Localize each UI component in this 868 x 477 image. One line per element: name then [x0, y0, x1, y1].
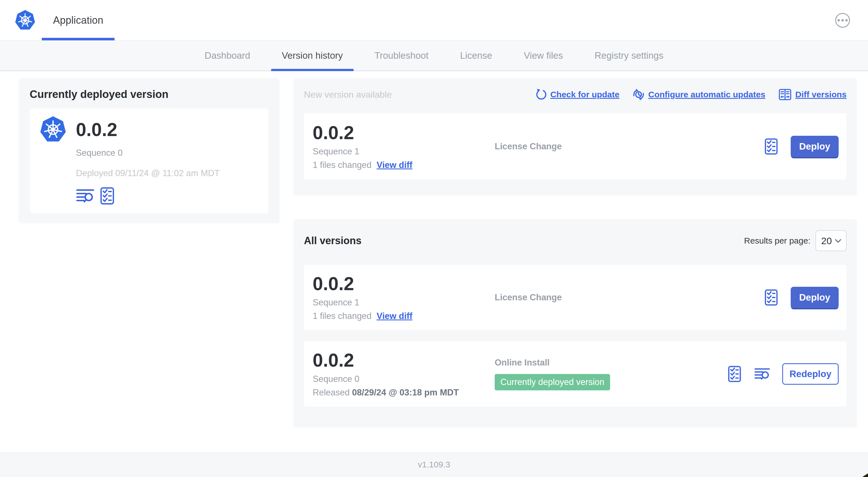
currently-deployed-panel: Currently deployed version 0.0.2 Sequenc… — [18, 78, 280, 223]
tab-view-files[interactable]: View files — [513, 41, 574, 70]
currently-deployed-badge: Currently deployed version — [495, 374, 610, 390]
check-for-update-link[interactable]: Check for update — [535, 89, 619, 100]
deployed-sequence: Sequence 0 — [76, 148, 220, 158]
nav-tabbar: Dashboard Version history Troubleshoot L… — [0, 40, 868, 71]
deployed-panel-title: Currently deployed version — [30, 88, 268, 100]
tab-troubleshoot[interactable]: Troubleshoot — [364, 41, 439, 70]
overflow-menu-button[interactable] — [835, 13, 850, 28]
tab-version-history[interactable]: Version history — [271, 41, 353, 70]
app-header: Application — [0, 0, 868, 40]
deployed-timestamp: Deployed 09/11/24 @ 11:02 am MDT — [76, 168, 220, 178]
preflight-checklist-icon[interactable] — [764, 289, 779, 306]
diff-versions-link[interactable]: Diff versions — [778, 88, 846, 101]
view-diff-link[interactable]: View diff — [377, 311, 412, 321]
preflight-checklist-icon[interactable] — [727, 365, 742, 383]
version-sequence: Sequence 1 — [313, 297, 495, 308]
files-changed-text: 1 files changed — [313, 311, 372, 321]
files-changed-text: 1 files changed — [313, 160, 372, 170]
version-source-label: License Change — [495, 292, 562, 303]
version-number: 0.0.2 — [313, 274, 495, 294]
results-per-page-label: Results per page: — [744, 236, 810, 245]
main-content: Currently deployed version 0.0.2 Sequenc… — [0, 71, 868, 452]
redeploy-button[interactable]: Redeploy — [782, 363, 839, 385]
refresh-icon — [535, 89, 547, 100]
released-timestamp: Released 08/29/24 @ 03:18 pm MDT — [313, 388, 495, 398]
chevron-down-icon — [835, 239, 841, 243]
app-tab-label: Application — [53, 14, 103, 26]
app-footer: v1.109.3 — [0, 452, 868, 477]
schedule-update-icon — [632, 88, 645, 101]
version-sequence: Sequence 1 — [313, 147, 495, 157]
all-versions-title: All versions — [304, 235, 362, 247]
deploy-button[interactable]: Deploy — [791, 136, 839, 157]
tab-dashboard[interactable]: Dashboard — [194, 41, 261, 70]
kubernetes-logo — [13, 9, 37, 31]
version-number: 0.0.2 — [313, 350, 495, 370]
deployed-version-number: 0.0.2 — [76, 116, 220, 143]
deploy-button[interactable]: Deploy — [791, 287, 839, 308]
version-source-label: License Change — [495, 141, 562, 152]
new-version-card: 0.0.2 Sequence 1 1 files changed View di… — [304, 113, 846, 180]
version-row: 0.0.2 Sequence 1 1 files changed View di… — [304, 265, 846, 330]
preflight-checklist-icon[interactable] — [764, 138, 779, 155]
diff-icon — [778, 88, 792, 101]
version-source-label: Online Install — [495, 358, 550, 368]
right-column: New version available Check for update C… — [293, 78, 857, 427]
view-logs-icon[interactable] — [754, 367, 770, 381]
tab-license[interactable]: License — [449, 41, 503, 70]
app-tab-application[interactable]: Application — [42, 0, 115, 40]
app-icon-kubernetes — [39, 116, 67, 143]
results-per-page-select[interactable]: 20 — [815, 230, 846, 251]
configure-automatic-updates-link[interactable]: Configure automatic updates — [632, 88, 765, 101]
new-version-section: New version available Check for update C… — [293, 78, 857, 196]
view-diff-link[interactable]: View diff — [377, 160, 412, 170]
ellipsis-icon — [838, 19, 840, 22]
console-version: v1.109.3 — [417, 460, 450, 469]
all-versions-section: All versions Results per page: 20 0.0.2 … — [293, 219, 857, 427]
new-version-title: New version available — [304, 89, 392, 100]
version-number: 0.0.2 — [313, 123, 495, 143]
tab-registry-settings[interactable]: Registry settings — [584, 41, 674, 70]
preflight-checklist-icon[interactable] — [100, 187, 115, 205]
view-logs-icon[interactable] — [76, 188, 95, 204]
version-row: 0.0.2 Sequence 0 Released 08/29/24 @ 03:… — [304, 341, 846, 407]
version-sequence: Sequence 0 — [313, 374, 495, 384]
deployed-version-card: 0.0.2 Sequence 0 Deployed 09/11/24 @ 11:… — [30, 109, 268, 213]
